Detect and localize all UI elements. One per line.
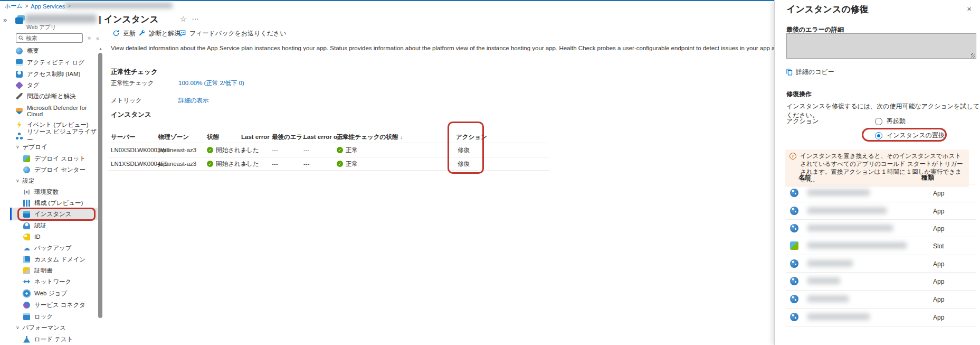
breadcrumb-app-services[interactable]: App Services [31, 3, 65, 10]
sidebar-search[interactable] [16, 33, 83, 43]
sidebar-group-deployment[interactable]: ∨デプロイ [16, 141, 98, 153]
metrics-details-link[interactable]: 詳細の表示 [178, 97, 209, 105]
last-error-details-box[interactable] [786, 33, 976, 59]
breadcrumb-home[interactable]: ホーム [5, 2, 23, 10]
sidebar-item-instances[interactable]: インスタンス [23, 208, 98, 220]
sidebar-item-environment-variables[interactable]: [x]環境変数 [23, 186, 98, 198]
column-header-last-error[interactable]: Last error [241, 132, 270, 142]
column-header-health-status[interactable]: 正常性チェックの状態↓ [337, 132, 403, 142]
azure-portal-page: ホーム > App Services > » | インスタンス ☆ … Web … [0, 0, 980, 345]
column-header-server[interactable]: サーバー [111, 132, 136, 142]
repair-link[interactable]: 修復 [458, 144, 470, 156]
app-icon [790, 189, 798, 197]
deployment-slots-icon [23, 155, 30, 162]
refresh-icon [112, 30, 120, 37]
sidebar-item-backups[interactable]: ☁バックアップ [23, 242, 98, 254]
expand-breadcrumb-icon[interactable]: » [3, 16, 7, 24]
metrics-label: メトリック [111, 97, 142, 105]
close-icon[interactable]: × [967, 4, 972, 13]
table-row[interactable]: LN0XSDLWK0003W0 japaneast-az3 ✓開始されました -… [108, 144, 549, 156]
column-header-last-error-jp[interactable]: 最後のエラ... [272, 132, 308, 142]
sidebar-item-webjobs[interactable]: Web ジョブ [23, 287, 98, 299]
cell-last-error-jp: --- [272, 157, 278, 170]
app-row[interactable]: App [786, 220, 976, 237]
app-row[interactable]: App [786, 291, 976, 308]
app-row[interactable]: App [786, 255, 976, 273]
column-header-zone[interactable]: 物理ゾーン [158, 132, 189, 142]
more-options-icon[interactable]: … [192, 13, 199, 21]
redacted-app-name [807, 242, 907, 249]
sidebar-item-defender[interactable]: Microsoft Defender for Cloud [16, 104, 98, 118]
sidebar-item-networking[interactable]: ネットワーク [23, 276, 98, 287]
app-row[interactable]: App [786, 202, 976, 220]
search-input[interactable] [26, 35, 79, 41]
cell-status: ✓開始されました [207, 144, 259, 156]
health-check-value-link[interactable]: 100.00% (正常 2/低下 0) [178, 79, 244, 87]
page-title: | インスタンス [99, 13, 159, 25]
resize-handle[interactable] [971, 53, 975, 58]
copy-icon [786, 69, 793, 76]
sidebar-item-access-control[interactable]: アクセス制御 (IAM) [16, 68, 98, 80]
sidebar-item-diagnose[interactable]: 問題の診断と解決 [16, 90, 98, 102]
repair-instance-panel: インスタンスの修復 × 最後のエラーの詳細 詳細のコピー 修復操作 インスタンス… [774, 0, 980, 345]
app-row[interactable]: Slot [786, 237, 976, 255]
sidebar-item-configuration[interactable]: 構成 (プレビュー) [23, 197, 98, 209]
sidebar-group-settings[interactable]: ∨設定 [16, 175, 98, 187]
table-row[interactable]: LN1XSDLWK0004F9 japaneast-az3 ✓開始されました -… [108, 157, 549, 170]
cell-last-error-occurred: --- [303, 157, 310, 170]
collapse-menu-icon[interactable]: « [96, 35, 99, 41]
sidebar-item-certificates[interactable]: 証明書 [23, 265, 98, 276]
sidebar-item-service-connector[interactable]: サービス コネクタ [23, 299, 98, 311]
sidebar-group-performance[interactable]: ∨パフォーマンス [16, 322, 98, 333]
scrollbar-up-icon[interactable]: ▲ [98, 46, 103, 51]
wrench-icon [138, 30, 146, 37]
sidebar-item-deployment-slots[interactable]: デプロイ スロット [23, 153, 98, 164]
sidebar-scrollbar-thumb[interactable] [98, 53, 102, 318]
clear-search-icon[interactable]: × [88, 35, 91, 41]
app-icon [790, 313, 798, 321]
refresh-button[interactable]: 更新 [112, 29, 136, 38]
info-icon: i [789, 153, 796, 160]
load-testing-icon [23, 336, 30, 343]
sidebar-item-activity-log[interactable]: アクティビティ ログ [16, 57, 98, 68]
sidebar-item-overview[interactable]: 概要 [16, 45, 98, 57]
sidebar-item-locks[interactable]: ロック [23, 311, 98, 322]
toolbar-divider [103, 41, 772, 41]
overview-icon [16, 48, 23, 54]
service-connector-icon [23, 302, 30, 309]
diagnose-solve-button[interactable]: 診断と解決 [138, 29, 180, 38]
status-ok-icon: ✓ [337, 147, 343, 153]
radio-replace-instance[interactable]: インスタンスの置換 [875, 131, 945, 140]
app-icon [790, 259, 798, 268]
repair-link[interactable]: 修復 [458, 157, 470, 170]
app-row[interactable]: App [786, 309, 976, 326]
redacted-app-name [807, 225, 893, 231]
column-header-status[interactable]: 状態 [207, 132, 219, 142]
cell-zone: japaneast-az3 [158, 157, 196, 170]
activity-log-icon [16, 59, 23, 66]
sidebar-item-identity[interactable]: ID [23, 231, 98, 243]
app-row[interactable]: App [786, 273, 976, 290]
radio-unselected-icon[interactable] [875, 118, 882, 125]
feedback-button[interactable]: フィードバックをお送りください [178, 29, 287, 38]
radio-restart[interactable]: 再起動 [875, 117, 906, 126]
column-header-action[interactable]: アクション [456, 132, 487, 142]
app-row[interactable]: App [786, 184, 976, 202]
sidebar-item-load-testing[interactable]: ロード テスト [23, 333, 98, 345]
radio-selected-icon[interactable] [875, 132, 882, 139]
chevron-down-icon: ∨ [16, 144, 20, 150]
networking-icon [23, 278, 30, 285]
redacted-app-name [807, 313, 870, 320]
sidebar-item-deployment-center[interactable]: デプロイ センター [23, 164, 98, 175]
sidebar-item-authentication[interactable]: 認証 [23, 220, 98, 231]
sidebar-item-tags[interactable]: タグ [16, 79, 98, 91]
instances-section-title: インスタンス [111, 110, 151, 119]
webjobs-icon [23, 290, 30, 297]
app-icon [790, 207, 798, 215]
sidebar-item-custom-domains[interactable]: カスタム ドメイン [23, 254, 98, 265]
app-icon [790, 277, 798, 285]
favorite-star-icon[interactable]: ☆ [180, 15, 187, 23]
certificates-icon [23, 267, 30, 274]
sidebar-item-resource-visualizer[interactable]: リソース ビジュアライザー [16, 130, 98, 142]
copy-details-button[interactable]: 詳細のコピー [786, 68, 834, 77]
